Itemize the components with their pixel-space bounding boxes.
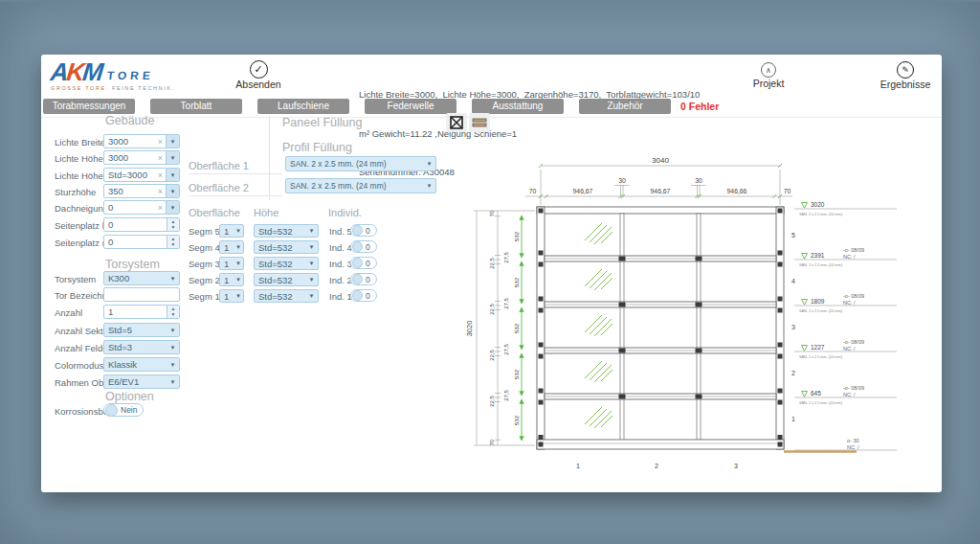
dim-27-5: 27,5 xyxy=(503,344,509,355)
chevron-down-icon[interactable]: ▾ xyxy=(167,341,179,353)
segm-3-height-select[interactable]: Std=532▾ xyxy=(254,257,319,270)
clear-icon[interactable]: × xyxy=(155,187,166,196)
chevron-down-icon[interactable]: ▾ xyxy=(167,272,179,284)
chevron-down-icon[interactable]: ▾ xyxy=(234,274,243,285)
dim-70-right: 70 xyxy=(784,188,791,194)
colormodus-select[interactable]: Klassik ▾ xyxy=(103,357,180,372)
chevron-down-icon[interactable]: ▾ xyxy=(234,258,243,269)
projekt-button[interactable]: ∧ Projekt xyxy=(740,62,797,89)
anzahl-sektionen-select[interactable]: Std=5 ▾ xyxy=(103,323,180,337)
lichte-hoehe-vigl-field[interactable]: Std=3000 ×▾ xyxy=(103,168,180,182)
bottom-tag: o- 30 xyxy=(847,438,859,443)
level-nc: NC: / xyxy=(843,392,856,397)
label-dachneigung: Dachneigung xyxy=(55,203,108,214)
tor-bezeichnung-input[interactable] xyxy=(103,287,180,302)
panel-fill-note: SAN. 2 x 2.5 mm. (24 mm) xyxy=(799,355,843,359)
level-value: 645 xyxy=(811,390,821,397)
field-value: Std=532 xyxy=(255,242,305,253)
chevron-down-icon[interactable]: ▾ xyxy=(167,375,179,388)
segm-1-height-select[interactable]: Std=532▾ xyxy=(254,289,319,303)
chevron-down-icon[interactable]: ▾ xyxy=(305,290,318,302)
field-value: Std=532 xyxy=(255,226,305,237)
level-marker-icon xyxy=(802,300,808,306)
ergebnisse-button[interactable]: ✎ Ergebnisse xyxy=(872,61,939,90)
chevron-down-icon[interactable]: ▾ xyxy=(305,274,318,285)
clear-icon[interactable]: × xyxy=(155,170,166,180)
ind-3-toggle[interactable]: 0 xyxy=(350,257,377,269)
oberflaeche-1-select[interactable]: SAN. 2 x 2.5 mm. (24 mm) ▾ xyxy=(285,156,436,171)
torsystem-select[interactable]: K300 ▾ xyxy=(103,271,180,285)
chevron-down-icon[interactable]: ▾ xyxy=(166,135,179,147)
tab-ausstattung[interactable]: Ausstattung xyxy=(472,99,564,114)
seitenplatz-rechts-stepper[interactable]: 0 ▴▾ xyxy=(103,235,180,249)
segm-4-surface-select[interactable]: 1▾ xyxy=(219,240,244,254)
segm-5-height-select[interactable]: Std=532▾ xyxy=(254,224,319,238)
chevron-down-icon[interactable]: ▾ xyxy=(167,358,179,371)
clear-icon[interactable]: × xyxy=(155,153,166,163)
stepper-arrows-icon[interactable]: ▴▾ xyxy=(167,236,179,248)
tab-federwelle[interactable]: Federwelle xyxy=(365,99,457,114)
chevron-down-icon[interactable]: ▾ xyxy=(423,157,435,170)
korrosionsbest-toggle[interactable]: Nein xyxy=(103,403,144,417)
chevron-down-icon[interactable]: ▾ xyxy=(234,290,243,302)
ind-1-toggle[interactable]: 0 xyxy=(350,289,377,302)
field-value: Std=3 xyxy=(104,342,167,352)
anzahl-stepper[interactable]: 1 ▴▾ xyxy=(103,305,180,319)
chevron-down-icon[interactable]: ▾ xyxy=(305,258,318,269)
stepper-arrows-icon[interactable]: ▴▾ xyxy=(167,306,179,318)
absenden-label: Absenden xyxy=(225,79,292,90)
tab-laufschiene[interactable]: Laufschiene xyxy=(257,99,349,114)
chevron-down-icon[interactable]: ▾ xyxy=(305,241,318,253)
segm-4-height-select[interactable]: Std=532▾ xyxy=(254,240,319,254)
chevron-down-icon[interactable]: ▾ xyxy=(234,241,243,253)
ind-2-toggle[interactable]: 0 xyxy=(350,273,377,285)
sturzhoehe-field[interactable]: 350 ×▾ xyxy=(103,184,180,198)
segm-1-surface-select[interactable]: 1▾ xyxy=(219,289,244,303)
lichte-breite-field[interactable]: 3000 ×▾ xyxy=(103,134,180,148)
field-value: 1 xyxy=(220,259,234,269)
chevron-down-icon[interactable]: ▾ xyxy=(167,324,179,336)
rahmen-obfl-select[interactable]: E6/EV1 ▾ xyxy=(103,374,180,389)
field-value: SAN. 2 x 2.5 mm. (24 mm) xyxy=(286,159,423,169)
oberflaeche-2-select[interactable]: SAN. 2 x 2.5 mm. (24 mm) ▾ xyxy=(285,178,436,193)
dachneigung-field[interactable]: 0 ×▾ xyxy=(103,200,180,215)
tab-zubehoer[interactable]: Zubehör xyxy=(579,99,671,114)
chevron-down-icon[interactable]: ▾ xyxy=(166,169,179,181)
field-value: 1 xyxy=(220,291,234,302)
column-header-oberflaeche: Oberfläche xyxy=(189,207,240,218)
segm-2-surface-select[interactable]: 1▾ xyxy=(219,273,244,286)
clear-icon[interactable]: × xyxy=(155,137,166,147)
summary-line-2: m² Gewicht=11.22 ,Neigung Schiene=1 xyxy=(359,127,700,141)
ind-5-toggle[interactable]: 0 xyxy=(350,224,377,237)
chevron-down-icon[interactable]: ▾ xyxy=(305,225,318,237)
chevron-down-icon[interactable]: ▾ xyxy=(234,225,243,237)
ind-4-toggle[interactable]: 0 xyxy=(350,240,377,253)
dim-70-left: 70 xyxy=(529,188,537,194)
panel-profile-icon-button[interactable] xyxy=(469,113,490,132)
chevron-down-icon[interactable]: ▾ xyxy=(166,151,179,164)
clear-icon[interactable]: × xyxy=(155,203,166,213)
tab-torabmessungen[interactable]: Torabmessungen xyxy=(43,99,135,114)
section-gebaeude: Gebäude xyxy=(105,114,154,127)
absenden-button[interactable]: ✓ Absenden xyxy=(225,60,292,90)
lichte-hoehe-vigr-field[interactable]: 3000 ×▾ xyxy=(103,150,180,165)
tab-torblatt[interactable]: Torblatt xyxy=(150,99,242,114)
segm-5-surface-select[interactable]: 1▾ xyxy=(219,224,244,238)
stepper-arrows-icon[interactable]: ▴▾ xyxy=(167,218,179,231)
level-nc: NC: / xyxy=(843,254,856,260)
anzahl-felder-select[interactable]: Std=3 ▾ xyxy=(103,340,180,354)
chevron-down-icon[interactable]: ▾ xyxy=(166,185,179,197)
crossed-panel-icon-button[interactable] xyxy=(446,113,467,132)
segm-2-height-select[interactable]: Std=532▾ xyxy=(254,273,319,286)
segm-3-surface-select[interactable]: 1▾ xyxy=(219,257,244,270)
seitenplatz-links-stepper[interactable]: 0 ▴▾ xyxy=(103,217,180,232)
chevron-down-icon[interactable]: ▾ xyxy=(423,179,435,193)
toggle-value: 0 xyxy=(366,275,370,284)
chevron-down-icon[interactable]: ▾ xyxy=(166,201,179,214)
field-number: 3 xyxy=(734,463,738,469)
dim-532: 532 xyxy=(513,231,520,241)
dim-22-5: 22,5 xyxy=(489,350,495,361)
toggle-value: Nein xyxy=(121,405,137,415)
level-tag: -o- 08/09 xyxy=(843,247,864,253)
toggle-value: 0 xyxy=(366,291,370,301)
